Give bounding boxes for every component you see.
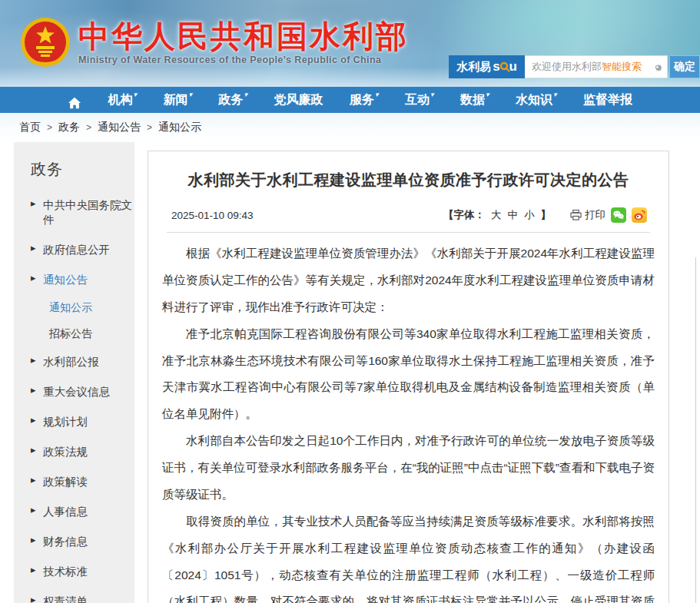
nav-item-jiandu[interactable]: 监督举报 xyxy=(583,87,632,113)
breadcrumb-tongzhigonggao[interactable]: 通知公告 xyxy=(98,121,141,134)
sidebar-item-notices[interactable]: 通知公告 xyxy=(31,265,134,295)
sidebar-item-bulletin[interactable]: 水利部公报 xyxy=(31,347,134,377)
page: 中华人民共和国水利部 Ministry of Water Resources o… xyxy=(0,0,700,603)
chevron-down-icon: ▾ xyxy=(486,87,489,102)
search-brand-tab[interactable]: 水利易 s u xyxy=(449,55,525,78)
article-body: 根据《水利工程建设监理单位资质管理办法》《水利部关于开展2024年水利工程建设监… xyxy=(156,233,661,603)
article-tools: 【字体： 大 中 小 】 打印 xyxy=(443,207,647,223)
nav-item-fuwu[interactable]: 服务▾ xyxy=(350,87,379,113)
breadcrumb-tongzhigongshi[interactable]: 通知公示 xyxy=(158,121,201,134)
gear-icon[interactable] xyxy=(652,62,662,72)
sidebar-item-zhonggong-files[interactable]: 中共中央国务院文件 xyxy=(31,191,134,235)
nav-item-dangfeng[interactable]: 党风廉政 xyxy=(274,87,323,113)
search-bar: 水利易 s u 欢迎使用水利部智能搜索 xyxy=(449,55,700,78)
chevron-down-icon: ▾ xyxy=(430,87,434,102)
sidebar-item-duty-list[interactable]: 权责清单 xyxy=(31,587,134,603)
sidebar-item-personnel[interactable]: 人事信息 xyxy=(31,497,134,527)
font-size-large[interactable]: 大 xyxy=(491,208,502,222)
header-banner: 中华人民共和国水利部 Ministry of Water Resources o… xyxy=(0,0,700,87)
chevron-down-icon: ▾ xyxy=(133,87,137,102)
nav-item-shuizhishi[interactable]: 水知识▾ xyxy=(516,87,557,113)
article-paragraph: 水利部自本公告印发之日起10个工作日内，对准予行政许可的单位统一发放电子资质等级… xyxy=(162,428,655,509)
nav-item-shuju[interactable]: 数据▾ xyxy=(460,87,489,113)
main-area: 政务 中共中央国务院文件 政府信息公开 通知公告 通知公示 招标公告 水利部公报… xyxy=(0,142,700,603)
sidebar-subitem-bidding[interactable]: 招标公告 xyxy=(31,321,134,347)
sidebar: 政务 中共中央国务院文件 政府信息公开 通知公告 通知公示 招标公告 水利部公报… xyxy=(14,142,134,603)
home-icon xyxy=(68,96,81,110)
brand-text: 中华人民共和国水利部 Ministry of Water Resources o… xyxy=(78,20,409,65)
site-title: 中华人民共和国水利部 xyxy=(78,20,409,52)
print-button[interactable]: 打印 xyxy=(570,208,605,222)
breadcrumb-home[interactable]: 首页 xyxy=(19,121,41,134)
sidebar-item-gov-info[interactable]: 政府信息公开 xyxy=(31,235,134,265)
search-input-wrap: 欢迎使用水利部智能搜索 xyxy=(525,55,668,78)
nav-item-hudong[interactable]: 互动▾ xyxy=(405,87,434,113)
page-right-edge xyxy=(695,257,696,603)
sidebar-item-policy-laws[interactable]: 政策法规 xyxy=(31,437,134,467)
site-brand[interactable]: 中华人民共和国水利部 Ministry of Water Resources o… xyxy=(20,17,409,68)
search-submit-button[interactable]: 确定 xyxy=(669,55,700,78)
sidebar-item-meetings[interactable]: 重大会议信息 xyxy=(31,377,134,407)
magnifier-icon xyxy=(499,61,510,72)
sidebar-subitem-notice-public[interactable]: 通知公示 xyxy=(31,295,134,321)
article-paragraph: 取得资质的单位，其专业技术人员配备等应当持续满足资质等级标准要求。水利部将按照《… xyxy=(162,509,655,603)
breadcrumb: 首页 > 政务 > 通知公告 > 通知公示 xyxy=(0,113,700,142)
national-emblem-icon xyxy=(20,17,71,68)
nav-item-xinwen[interactable]: 新闻▾ xyxy=(163,87,192,113)
breadcrumb-separator: > xyxy=(86,122,91,133)
sidebar-item-tech-standards[interactable]: 技术标准 xyxy=(31,557,134,587)
chevron-down-icon: ▾ xyxy=(244,87,247,102)
search-brand-label: 水利易 xyxy=(456,60,491,75)
article-date: 2025-01-10 09:43 xyxy=(171,210,254,221)
font-size-control: 【字体： 大 中 小 】 xyxy=(443,208,551,222)
search-brand-squ: s u xyxy=(493,59,517,75)
nav-item-jigou[interactable]: 机构▾ xyxy=(108,87,137,113)
breadcrumb-zhengwu[interactable]: 政务 xyxy=(58,121,80,134)
chevron-down-icon: ▾ xyxy=(375,87,379,102)
font-size-small[interactable]: 小 xyxy=(524,208,535,222)
printer-icon xyxy=(570,210,582,220)
article-meta: 2025-01-10 09:43 【字体： 大 中 小 】 xyxy=(156,207,661,223)
site-subtitle: Ministry of Water Resources of the Peopl… xyxy=(78,55,409,65)
article-paragraph: 根据《水利工程建设监理单位资质管理办法》《水利部关于开展2024年水利工程建设监… xyxy=(162,240,655,321)
article-panel: 水利部关于水利工程建设监理单位资质准予行政许可决定的公告 2025-01-10 … xyxy=(148,151,669,603)
sidebar-item-policy-interpret[interactable]: 政策解读 xyxy=(31,467,134,497)
breadcrumb-separator: > xyxy=(147,122,152,133)
article-title: 水利部关于水利工程建设监理单位资质准予行政许可决定的公告 xyxy=(156,170,661,191)
nav-item-zhengwu[interactable]: 政务▾ xyxy=(218,87,247,113)
font-label-open: 【字体： xyxy=(443,208,485,222)
sidebar-item-finance[interactable]: 财务信息 xyxy=(31,527,134,557)
search-input[interactable] xyxy=(525,56,667,78)
breadcrumb-separator: > xyxy=(47,122,52,133)
font-size-medium[interactable]: 中 xyxy=(508,208,519,222)
weibo-share-icon[interactable] xyxy=(632,207,647,223)
sidebar-title: 政务 xyxy=(31,153,134,191)
article-paragraph: 准予北京帕克国际工程咨询股份有限公司等340家单位取得水利工程施工监理相关资质，… xyxy=(162,321,655,429)
chevron-down-icon: ▾ xyxy=(188,87,192,102)
sidebar-item-planning[interactable]: 规划计划 xyxy=(31,407,134,437)
main-nav: 机构▾ 新闻▾ 政务▾ 党风廉政 服务▾ 互动▾ 数据▾ 水知识▾ 监督举报 xyxy=(0,87,700,113)
nav-home[interactable] xyxy=(68,90,81,110)
wechat-share-icon[interactable] xyxy=(611,207,626,223)
chevron-down-icon: ▾ xyxy=(553,87,557,102)
font-label-close: 】 xyxy=(541,208,552,222)
